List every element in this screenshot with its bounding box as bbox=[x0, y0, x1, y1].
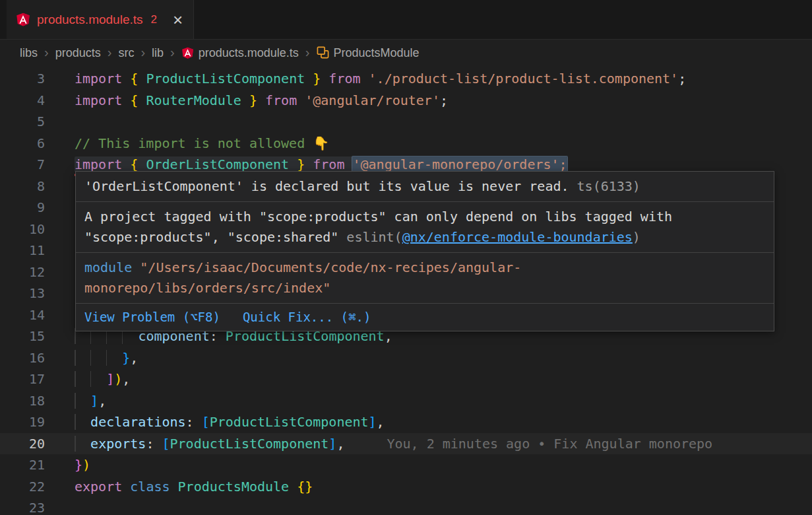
line-number[interactable]: 8 bbox=[0, 176, 45, 197]
breadcrumb-separator: › bbox=[305, 45, 310, 60]
line-number[interactable]: 13 bbox=[0, 283, 45, 304]
code-text: declarations: [ProductListComponent], bbox=[75, 411, 385, 433]
line-number[interactable]: 21 bbox=[0, 454, 45, 476]
error-squiggle: import { OrderListComponent } from '@ang… bbox=[75, 156, 567, 172]
code-line[interactable]: 17 ]), bbox=[0, 368, 812, 390]
line-number[interactable]: 9 bbox=[0, 197, 45, 219]
code-line[interactable]: 5 bbox=[0, 111, 812, 133]
breadcrumb-item-products-module-symbol[interactable]: ProductsModule bbox=[317, 46, 420, 60]
line-number[interactable]: 19 bbox=[0, 411, 45, 433]
code-text: import { ProductListComponent } from './… bbox=[75, 68, 686, 90]
line-number[interactable]: 10 bbox=[0, 219, 45, 240]
tab-error-count: 2 bbox=[151, 13, 157, 26]
breadcrumb-item-libs[interactable]: libs bbox=[20, 46, 38, 60]
breadcrumb-item-src[interactable]: src bbox=[118, 46, 134, 60]
git-blame-annotation: You, 2 minutes ago • Fix Angular monorep… bbox=[387, 436, 712, 452]
breadcrumb-item-lib[interactable]: lib bbox=[152, 46, 164, 60]
module-info: module "/Users/isaac/Documents/code/nx-r… bbox=[76, 253, 774, 304]
code-line[interactable]: 23 bbox=[0, 497, 812, 515]
line-number[interactable]: 22 bbox=[0, 476, 45, 498]
line-number[interactable]: 4 bbox=[0, 90, 45, 112]
diagnostic-ts-message: 'OrderListComponent' is declared but its… bbox=[84, 178, 569, 194]
code-line[interactable]: 22export class ProductsModule {} bbox=[0, 476, 812, 498]
code-text: exports: [ProductListComponent],You, 2 m… bbox=[75, 433, 712, 455]
angular-icon bbox=[16, 12, 30, 27]
line-number[interactable]: 11 bbox=[0, 240, 45, 261]
code-text: ], bbox=[75, 390, 106, 412]
eslint-rule-link[interactable]: @nx/enforce-module-boundaries bbox=[402, 229, 633, 245]
tab-bar: products.module.ts 2 × bbox=[0, 0, 812, 40]
line-number[interactable]: 16 bbox=[0, 347, 45, 369]
editor[interactable]: 3import { ProductListComponent } from '.… bbox=[0, 67, 812, 515]
line-number[interactable]: 15 bbox=[0, 326, 45, 347]
class-symbol-icon bbox=[317, 46, 329, 60]
code-text: import { RouterModule } from '@angular/r… bbox=[75, 90, 448, 112]
diagnostic-eslint-source-prefix: eslint( bbox=[346, 229, 402, 245]
line-number[interactable]: 14 bbox=[0, 304, 45, 326]
code-text: ]), bbox=[75, 368, 130, 390]
breadcrumb: libs › products › src › lib › products.m… bbox=[0, 40, 812, 67]
code-line[interactable]: 3import { ProductListComponent } from '.… bbox=[0, 68, 812, 90]
tab-products-module[interactable]: products.module.ts 2 × bbox=[7, 0, 194, 39]
code-text: }) bbox=[75, 454, 90, 476]
line-number[interactable]: 17 bbox=[0, 368, 45, 390]
module-path: "/Users/isaac/Documents/code/nx-recipes/… bbox=[84, 259, 521, 296]
line-number[interactable]: 12 bbox=[0, 261, 45, 283]
tab-title: products.module.ts bbox=[37, 13, 143, 27]
code-line[interactable]: 6// This import is not allowed 👇 bbox=[0, 133, 812, 154]
diagnostic-eslint: A project tagged with "scope:products" c… bbox=[76, 202, 774, 253]
view-problem-action[interactable]: View Problem (⌥F8) bbox=[84, 308, 220, 326]
breadcrumb-separator: › bbox=[170, 45, 175, 60]
line-number[interactable]: 3 bbox=[0, 68, 45, 90]
code-text: }, bbox=[75, 347, 138, 369]
line-number[interactable]: 6 bbox=[0, 133, 45, 154]
code-text: // This import is not allowed 👇 bbox=[75, 133, 329, 154]
line-number[interactable]: 23 bbox=[0, 497, 45, 515]
diagnostic-ts-source: ts(6133) bbox=[569, 178, 640, 194]
diagnostic-eslint-source-suffix: ) bbox=[633, 229, 640, 245]
line-number[interactable]: 18 bbox=[0, 390, 45, 412]
code-line[interactable]: 19 declarations: [ProductListComponent], bbox=[0, 411, 812, 433]
code-line[interactable]: 16 }, bbox=[0, 347, 812, 369]
breadcrumb-separator: › bbox=[141, 45, 145, 60]
angular-icon bbox=[181, 46, 194, 61]
line-number[interactable]: 5 bbox=[0, 111, 45, 133]
code-line[interactable]: 21}) bbox=[0, 454, 812, 476]
code-text: export class ProductsModule {} bbox=[75, 476, 313, 498]
diagnostic-ts: 'OrderListComponent' is declared but its… bbox=[76, 172, 774, 202]
breadcrumb-item-products[interactable]: products bbox=[55, 46, 101, 60]
line-number[interactable]: 20 bbox=[0, 433, 45, 455]
breadcrumb-separator: › bbox=[44, 45, 49, 60]
breadcrumb-item-file[interactable]: products.module.ts bbox=[181, 46, 299, 61]
code-line[interactable]: 18 ], bbox=[0, 390, 812, 412]
module-keyword: module bbox=[84, 259, 140, 275]
quick-fix-action[interactable]: Quick Fix... (⌘.) bbox=[243, 308, 371, 326]
hover-actions: View Problem (⌥F8) Quick Fix... (⌘.) bbox=[76, 304, 774, 331]
close-icon[interactable]: × bbox=[173, 11, 183, 28]
breadcrumb-separator: › bbox=[108, 45, 112, 60]
hover-popup: 'OrderListComponent' is declared but its… bbox=[75, 171, 774, 331]
line-number[interactable]: 7 bbox=[0, 154, 45, 176]
code-line[interactable]: 20 exports: [ProductListComponent],You, … bbox=[0, 433, 812, 455]
code-line[interactable]: 4import { RouterModule } from '@angular/… bbox=[0, 90, 812, 112]
